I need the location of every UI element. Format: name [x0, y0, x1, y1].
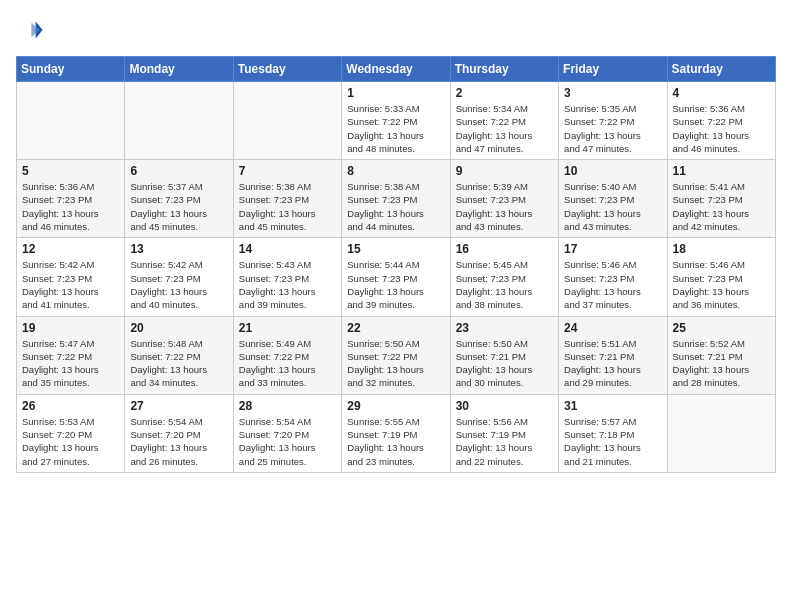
day-number: 7 — [239, 164, 336, 178]
day-number: 14 — [239, 242, 336, 256]
calendar-cell — [17, 82, 125, 160]
calendar-cell: 29Sunrise: 5:55 AM Sunset: 7:19 PM Dayli… — [342, 394, 450, 472]
calendar-cell: 28Sunrise: 5:54 AM Sunset: 7:20 PM Dayli… — [233, 394, 341, 472]
day-info: Sunrise: 5:40 AM Sunset: 7:23 PM Dayligh… — [564, 180, 661, 233]
day-number: 1 — [347, 86, 444, 100]
day-info: Sunrise: 5:56 AM Sunset: 7:19 PM Dayligh… — [456, 415, 553, 468]
day-number: 28 — [239, 399, 336, 413]
calendar-cell: 25Sunrise: 5:52 AM Sunset: 7:21 PM Dayli… — [667, 316, 775, 394]
day-info: Sunrise: 5:55 AM Sunset: 7:19 PM Dayligh… — [347, 415, 444, 468]
day-info: Sunrise: 5:50 AM Sunset: 7:21 PM Dayligh… — [456, 337, 553, 390]
calendar-cell: 24Sunrise: 5:51 AM Sunset: 7:21 PM Dayli… — [559, 316, 667, 394]
svg-marker-1 — [31, 23, 39, 37]
day-info: Sunrise: 5:47 AM Sunset: 7:22 PM Dayligh… — [22, 337, 119, 390]
day-of-week-header: Tuesday — [233, 57, 341, 82]
day-info: Sunrise: 5:35 AM Sunset: 7:22 PM Dayligh… — [564, 102, 661, 155]
day-info: Sunrise: 5:34 AM Sunset: 7:22 PM Dayligh… — [456, 102, 553, 155]
day-info: Sunrise: 5:38 AM Sunset: 7:23 PM Dayligh… — [347, 180, 444, 233]
day-info: Sunrise: 5:37 AM Sunset: 7:23 PM Dayligh… — [130, 180, 227, 233]
calendar-week-row: 26Sunrise: 5:53 AM Sunset: 7:20 PM Dayli… — [17, 394, 776, 472]
day-info: Sunrise: 5:48 AM Sunset: 7:22 PM Dayligh… — [130, 337, 227, 390]
day-number: 9 — [456, 164, 553, 178]
calendar-cell: 4Sunrise: 5:36 AM Sunset: 7:22 PM Daylig… — [667, 82, 775, 160]
day-info: Sunrise: 5:49 AM Sunset: 7:22 PM Dayligh… — [239, 337, 336, 390]
day-of-week-header: Friday — [559, 57, 667, 82]
day-number: 11 — [673, 164, 770, 178]
calendar-cell: 16Sunrise: 5:45 AM Sunset: 7:23 PM Dayli… — [450, 238, 558, 316]
day-number: 10 — [564, 164, 661, 178]
day-info: Sunrise: 5:42 AM Sunset: 7:23 PM Dayligh… — [130, 258, 227, 311]
day-of-week-header: Thursday — [450, 57, 558, 82]
calendar-week-row: 5Sunrise: 5:36 AM Sunset: 7:23 PM Daylig… — [17, 160, 776, 238]
day-number: 8 — [347, 164, 444, 178]
day-info: Sunrise: 5:43 AM Sunset: 7:23 PM Dayligh… — [239, 258, 336, 311]
day-info: Sunrise: 5:54 AM Sunset: 7:20 PM Dayligh… — [239, 415, 336, 468]
calendar-cell: 26Sunrise: 5:53 AM Sunset: 7:20 PM Dayli… — [17, 394, 125, 472]
day-number: 16 — [456, 242, 553, 256]
day-number: 27 — [130, 399, 227, 413]
day-info: Sunrise: 5:41 AM Sunset: 7:23 PM Dayligh… — [673, 180, 770, 233]
day-number: 24 — [564, 321, 661, 335]
calendar-cell: 31Sunrise: 5:57 AM Sunset: 7:18 PM Dayli… — [559, 394, 667, 472]
calendar-cell: 11Sunrise: 5:41 AM Sunset: 7:23 PM Dayli… — [667, 160, 775, 238]
day-of-week-header: Saturday — [667, 57, 775, 82]
calendar-cell: 5Sunrise: 5:36 AM Sunset: 7:23 PM Daylig… — [17, 160, 125, 238]
day-number: 31 — [564, 399, 661, 413]
calendar-cell: 2Sunrise: 5:34 AM Sunset: 7:22 PM Daylig… — [450, 82, 558, 160]
logo — [16, 16, 48, 44]
day-info: Sunrise: 5:46 AM Sunset: 7:23 PM Dayligh… — [673, 258, 770, 311]
day-info: Sunrise: 5:45 AM Sunset: 7:23 PM Dayligh… — [456, 258, 553, 311]
day-info: Sunrise: 5:51 AM Sunset: 7:21 PM Dayligh… — [564, 337, 661, 390]
day-info: Sunrise: 5:39 AM Sunset: 7:23 PM Dayligh… — [456, 180, 553, 233]
day-number: 18 — [673, 242, 770, 256]
calendar-table: SundayMondayTuesdayWednesdayThursdayFrid… — [16, 56, 776, 473]
calendar-cell: 14Sunrise: 5:43 AM Sunset: 7:23 PM Dayli… — [233, 238, 341, 316]
day-number: 4 — [673, 86, 770, 100]
calendar-cell: 9Sunrise: 5:39 AM Sunset: 7:23 PM Daylig… — [450, 160, 558, 238]
calendar-cell: 1Sunrise: 5:33 AM Sunset: 7:22 PM Daylig… — [342, 82, 450, 160]
calendar-cell: 22Sunrise: 5:50 AM Sunset: 7:22 PM Dayli… — [342, 316, 450, 394]
calendar-cell: 17Sunrise: 5:46 AM Sunset: 7:23 PM Dayli… — [559, 238, 667, 316]
day-number: 26 — [22, 399, 119, 413]
calendar-cell: 20Sunrise: 5:48 AM Sunset: 7:22 PM Dayli… — [125, 316, 233, 394]
calendar-cell: 6Sunrise: 5:37 AM Sunset: 7:23 PM Daylig… — [125, 160, 233, 238]
calendar-cell: 3Sunrise: 5:35 AM Sunset: 7:22 PM Daylig… — [559, 82, 667, 160]
day-number: 5 — [22, 164, 119, 178]
calendar-cell: 8Sunrise: 5:38 AM Sunset: 7:23 PM Daylig… — [342, 160, 450, 238]
logo-icon — [16, 16, 44, 44]
day-number: 15 — [347, 242, 444, 256]
calendar-cell: 21Sunrise: 5:49 AM Sunset: 7:22 PM Dayli… — [233, 316, 341, 394]
calendar-cell: 23Sunrise: 5:50 AM Sunset: 7:21 PM Dayli… — [450, 316, 558, 394]
day-number: 30 — [456, 399, 553, 413]
calendar-cell: 18Sunrise: 5:46 AM Sunset: 7:23 PM Dayli… — [667, 238, 775, 316]
calendar-header-row: SundayMondayTuesdayWednesdayThursdayFrid… — [17, 57, 776, 82]
day-info: Sunrise: 5:52 AM Sunset: 7:21 PM Dayligh… — [673, 337, 770, 390]
day-of-week-header: Wednesday — [342, 57, 450, 82]
day-info: Sunrise: 5:44 AM Sunset: 7:23 PM Dayligh… — [347, 258, 444, 311]
day-info: Sunrise: 5:38 AM Sunset: 7:23 PM Dayligh… — [239, 180, 336, 233]
calendar-week-row: 12Sunrise: 5:42 AM Sunset: 7:23 PM Dayli… — [17, 238, 776, 316]
day-of-week-header: Sunday — [17, 57, 125, 82]
calendar-cell: 10Sunrise: 5:40 AM Sunset: 7:23 PM Dayli… — [559, 160, 667, 238]
calendar-week-row: 1Sunrise: 5:33 AM Sunset: 7:22 PM Daylig… — [17, 82, 776, 160]
day-number: 13 — [130, 242, 227, 256]
day-info: Sunrise: 5:53 AM Sunset: 7:20 PM Dayligh… — [22, 415, 119, 468]
calendar-cell — [125, 82, 233, 160]
day-number: 6 — [130, 164, 227, 178]
day-number: 29 — [347, 399, 444, 413]
day-number: 2 — [456, 86, 553, 100]
day-number: 20 — [130, 321, 227, 335]
calendar-cell: 7Sunrise: 5:38 AM Sunset: 7:23 PM Daylig… — [233, 160, 341, 238]
day-info: Sunrise: 5:42 AM Sunset: 7:23 PM Dayligh… — [22, 258, 119, 311]
calendar-cell: 19Sunrise: 5:47 AM Sunset: 7:22 PM Dayli… — [17, 316, 125, 394]
day-of-week-header: Monday — [125, 57, 233, 82]
page-header — [16, 16, 776, 44]
day-number: 17 — [564, 242, 661, 256]
day-info: Sunrise: 5:57 AM Sunset: 7:18 PM Dayligh… — [564, 415, 661, 468]
calendar-cell — [233, 82, 341, 160]
day-info: Sunrise: 5:33 AM Sunset: 7:22 PM Dayligh… — [347, 102, 444, 155]
calendar-cell: 15Sunrise: 5:44 AM Sunset: 7:23 PM Dayli… — [342, 238, 450, 316]
day-number: 23 — [456, 321, 553, 335]
day-number: 3 — [564, 86, 661, 100]
day-info: Sunrise: 5:50 AM Sunset: 7:22 PM Dayligh… — [347, 337, 444, 390]
